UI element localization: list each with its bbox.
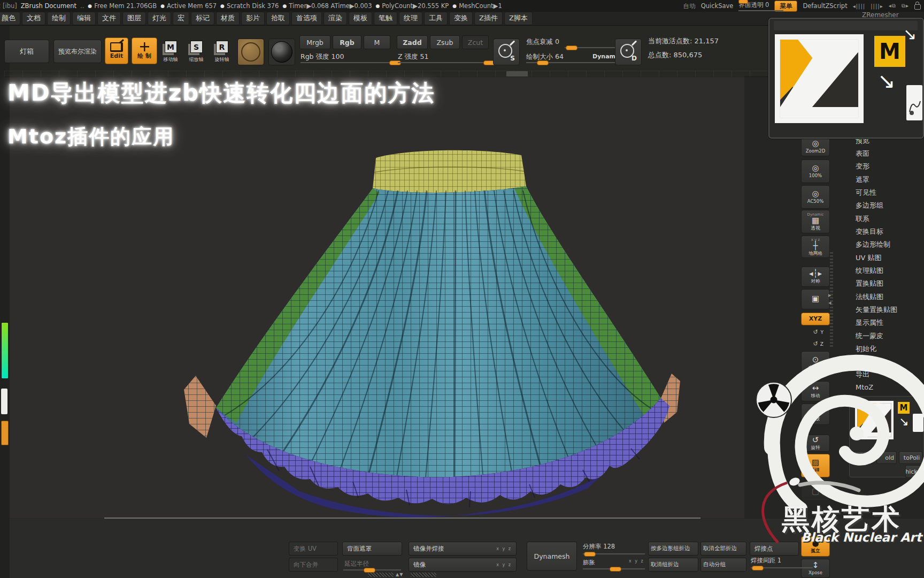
menu-marker[interactable]: 标记 xyxy=(191,12,214,25)
ui-opacity-slider[interactable]: 界面透明 0 xyxy=(738,1,769,11)
rgb-intensity-slider[interactable] xyxy=(301,62,405,63)
inflate-slider[interactable] xyxy=(583,568,645,569)
menu-movie[interactable]: 影片 xyxy=(241,12,265,25)
lock-icon[interactable] xyxy=(914,4,921,10)
resolution-slider[interactable] xyxy=(583,553,645,554)
rotate-gizmo-button[interactable]: R 旋转轴 xyxy=(211,41,233,65)
orange-swatch[interactable] xyxy=(1,421,9,445)
menu-edit[interactable]: 编辑 xyxy=(72,12,96,25)
tool-menu-texture-map[interactable]: 纹理贴图 xyxy=(856,266,923,279)
tray-resize-handle[interactable] xyxy=(368,573,394,577)
edit-button[interactable]: Edit xyxy=(105,37,128,64)
prev-doc-icon[interactable]: ◂⧉ xyxy=(889,3,896,9)
menu-macro[interactable]: 宏 xyxy=(173,12,189,25)
gradient-swatch[interactable] xyxy=(1,322,9,379)
lightbox-button[interactable]: 灯箱 xyxy=(4,40,49,63)
mirror-and-weld-button[interactable]: 镜像并焊接x y z xyxy=(409,542,517,556)
mtoz-partial-button[interactable]: old xyxy=(876,451,897,464)
weld-points-button[interactable]: 焊接点 xyxy=(750,542,799,556)
local-pivot-button[interactable]: ⊙中心点 xyxy=(801,351,830,375)
menu-zscript[interactable]: Z脚本 xyxy=(504,12,533,25)
move-gizmo-button[interactable]: M 移动轴 xyxy=(159,41,182,65)
rotate-view-button[interactable]: ↺旋转 xyxy=(801,435,830,452)
tool-menu-surface[interactable]: 表面 xyxy=(856,149,923,162)
dynamesh-button[interactable]: Dynamesh xyxy=(527,542,577,571)
tool-menu-visibility[interactable]: 可见性 xyxy=(856,188,923,201)
xyz-toggle[interactable]: x y z xyxy=(629,559,644,564)
tool-menu-morph-target[interactable]: 变换目标 xyxy=(856,227,923,240)
uncrease-all-button[interactable]: 取消全部折边 xyxy=(700,542,746,556)
tool-menu-polypaint[interactable]: 多边形绘制 xyxy=(856,240,923,253)
tool-menu-vector-displacement[interactable]: 矢量置换贴图 xyxy=(856,305,923,318)
slider-nub[interactable] xyxy=(537,60,549,65)
fill-button[interactable]: ▨Fill xyxy=(801,454,830,477)
lazy-radius-slider[interactable] xyxy=(343,569,401,571)
mrgb-button[interactable]: Mrgb xyxy=(299,35,330,49)
tool-menu-mtoz[interactable]: MtoZ xyxy=(856,383,923,396)
stroke-s-button[interactable]: S xyxy=(493,39,520,65)
preview-boolean-button[interactable]: 预览布尔渲染 xyxy=(53,40,102,63)
next-doc-icon[interactable]: ⧉▸ xyxy=(902,3,909,9)
menu-picker[interactable]: 拾取 xyxy=(266,12,290,25)
menu-tool[interactable]: 工具 xyxy=(424,12,448,25)
tool-menu-displacement-map[interactable]: 置换贴图 xyxy=(856,279,923,292)
antialiased-half-button[interactable]: ◎AC50% xyxy=(801,185,830,209)
left-tray-icon[interactable]: ◂|||| xyxy=(853,3,866,9)
menu-color[interactable]: 颜色 xyxy=(0,12,20,25)
mtoz-partial-button[interactable]: art xyxy=(854,451,874,464)
draw-size-d-button[interactable]: D xyxy=(615,39,642,65)
tool-menu-export[interactable]: 导出 xyxy=(856,370,923,383)
menu-preferences[interactable]: 首选项 xyxy=(291,12,322,25)
scale-gizmo-button[interactable]: S 缩放轴 xyxy=(185,41,207,65)
xyz-toggle[interactable]: x y z xyxy=(496,562,512,567)
menu-stencil[interactable]: 模板 xyxy=(349,12,372,25)
white-swatch[interactable] xyxy=(1,389,7,414)
merge-down-button[interactable]: 向下合并 xyxy=(289,558,338,572)
menu-stroke[interactable]: 笔触 xyxy=(374,12,397,25)
floor-grid-button[interactable]: x y z┼地网格 xyxy=(801,235,830,258)
tool-menu-polygroups[interactable]: 多边形组 xyxy=(856,201,923,214)
slider-nub[interactable] xyxy=(584,552,596,557)
slider-nub[interactable] xyxy=(610,567,621,572)
zsub-button[interactable]: Zsub xyxy=(430,35,460,49)
tool-menu-initialize[interactable]: 初始化 xyxy=(856,344,923,357)
m-button[interactable]: M xyxy=(364,35,390,49)
zoom2d-button[interactable]: ◎Zoom2D xyxy=(801,137,830,156)
mtoz-partial-button[interactable]: toPoli xyxy=(899,451,922,464)
rotate-y-button[interactable]: ↺Y xyxy=(801,328,830,337)
slider-nub[interactable] xyxy=(566,45,578,50)
symmetry-button[interactable]: ◂┆▸对称 xyxy=(801,267,830,287)
mirror-button[interactable]: 镜像x y z xyxy=(409,558,517,572)
xyz-toggle[interactable]: x y z xyxy=(496,546,512,551)
isolate-button[interactable]: ●孤立 xyxy=(801,536,830,557)
menu-layer[interactable]: 图层 xyxy=(122,12,146,25)
quicksave-button[interactable]: QuickSave xyxy=(701,2,734,10)
camera-lock-button[interactable]: ▣ xyxy=(801,289,830,309)
zadd-button[interactable]: Zadd xyxy=(397,35,428,49)
tool-menu-import[interactable]: 导入 xyxy=(856,357,923,370)
tool-menu-masking[interactable]: 遮罩 xyxy=(856,175,923,188)
uncrease-polygroups-button[interactable]: 取消组折边 xyxy=(648,558,698,572)
menu-render[interactable]: 渲染 xyxy=(324,12,347,25)
rgb-button[interactable]: Rgb xyxy=(333,35,361,49)
frame-button[interactable]: ▢ xyxy=(801,483,830,501)
divider-open-icon[interactable]: ▸ xyxy=(828,292,831,298)
divider-close-icon[interactable]: ◂ xyxy=(828,300,831,306)
slider-nub[interactable] xyxy=(752,566,764,571)
menu-transform[interactable]: 变换 xyxy=(449,12,473,25)
tool-menu-normal-map[interactable]: 法线贴图 xyxy=(856,292,923,305)
mtoz-thickness-button[interactable]: Thicke xyxy=(905,465,923,478)
menu-file[interactable]: 文件 xyxy=(97,12,121,25)
slider-nub[interactable] xyxy=(738,0,748,4)
actual-size-button[interactable]: ◎100% xyxy=(801,159,830,183)
perspective-button[interactable]: Dynamic▦透视 xyxy=(801,210,830,233)
menu-draw[interactable]: 绘制 xyxy=(47,12,71,25)
xpose-button[interactable]: ↕Xpose xyxy=(801,559,830,578)
scroll-move-button[interactable]: ↔移动 xyxy=(801,381,830,401)
tool-menu-contact[interactable]: 联系 xyxy=(856,214,923,227)
tool-menu-deformation[interactable]: 变形 xyxy=(856,162,923,174)
tray-toggle-arrows[interactable]: ▲▼ xyxy=(396,572,403,577)
material-button[interactable] xyxy=(237,39,264,65)
zoom-scale-button[interactable]: ◎缩放 xyxy=(801,404,830,425)
transform-uv-button[interactable]: 变换 UV xyxy=(289,542,338,556)
